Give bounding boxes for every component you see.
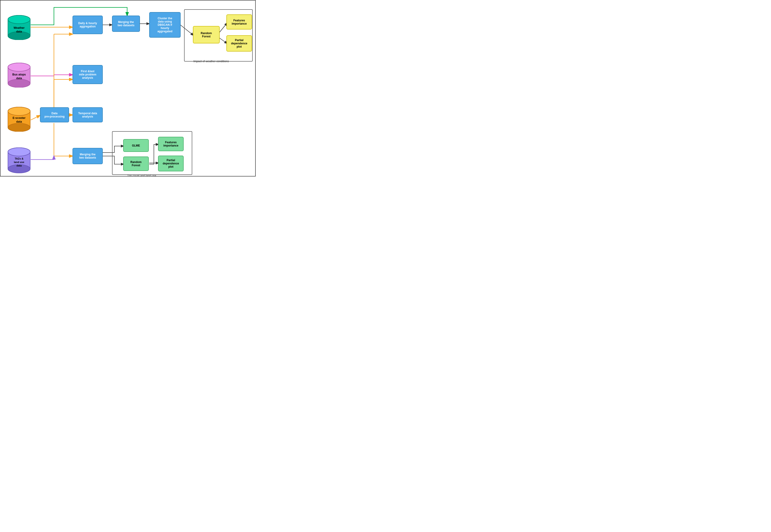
daily-agg-box: Daily & hourly aggregation — [72, 16, 103, 34]
svg-point-29 — [8, 148, 30, 156]
random-forest-weather-box: RandomForest — [193, 26, 220, 43]
first-last-box: First &lastmile problemanalysis — [72, 65, 103, 84]
taz-cylinder: TAZs & land use data — [7, 147, 31, 173]
partial-dep-weather-box: Partialdependenceplot — [227, 35, 252, 52]
svg-text:data: data — [16, 77, 22, 80]
svg-text:TAZs &: TAZs & — [15, 157, 23, 160]
svg-text:Weather: Weather — [13, 26, 24, 29]
data-preprocessing-box: Datapre-processing — [40, 107, 69, 122]
svg-point-10 — [8, 79, 30, 88]
escooter-cylinder: E-scooter data — [7, 106, 31, 132]
svg-point-21 — [8, 107, 30, 115]
weather-impact-label: Impact of weather conditions — [194, 60, 229, 63]
svg-text:data: data — [16, 30, 22, 33]
svg-text:data: data — [16, 120, 22, 123]
trip-count-label: Trip count and land use — [127, 174, 156, 176]
svg-text:Bus atops: Bus atops — [12, 73, 26, 76]
svg-text:data: data — [16, 164, 22, 167]
diagram-container: Weather data Bus atops data E-scooter da… — [0, 0, 256, 176]
random-forest-land-box: RandomForest — [123, 157, 149, 171]
temporal-box: Temporal dataanalysis — [72, 107, 103, 122]
partial-dep-land-box: Partialdependenceplot — [158, 156, 183, 171]
svg-point-5 — [8, 15, 30, 24]
features-importance-land-box: Featuresimportance — [158, 137, 183, 151]
svg-point-13 — [8, 63, 30, 71]
glme-box: GLME — [123, 139, 149, 152]
merge1-box: Merging thetwo datasets — [112, 16, 140, 32]
merge2-box: Merging thetwo datasets — [72, 148, 103, 164]
cluster-box: Cluster thedata usingDBSCAN ifhourlyaggr… — [149, 12, 180, 38]
bus-cylinder: Bus atops data — [7, 62, 31, 88]
svg-text:E-scooter: E-scooter — [13, 116, 26, 120]
svg-point-18 — [8, 123, 30, 132]
features-importance-weather-box: Featuresimportance — [227, 14, 252, 29]
weather-cylinder: Weather data — [7, 14, 31, 40]
svg-text:land use: land use — [14, 161, 24, 163]
